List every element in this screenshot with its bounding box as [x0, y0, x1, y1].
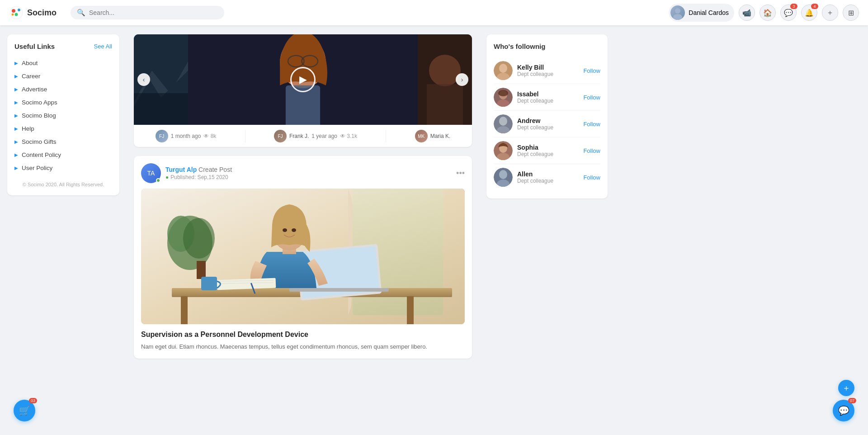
- search-input[interactable]: [89, 9, 218, 16]
- meta-views-2: 👁 3.1k: [340, 133, 357, 139]
- meta-time-2: 1 year ago: [311, 133, 337, 139]
- post-card: TA Turgut Alp Create Post ● Published: S…: [134, 156, 472, 359]
- svg-point-23: [183, 218, 215, 259]
- main-layout: Useful Links See All ▶ About ▶ Career ▶ …: [0, 0, 868, 435]
- follow-avatar-issabel[interactable]: [494, 88, 513, 107]
- see-all-link[interactable]: See All: [94, 43, 112, 50]
- svg-point-54: [499, 170, 507, 179]
- meta-avatar-3: MK: [415, 130, 428, 142]
- follow-avatar-kelly[interactable]: [494, 61, 513, 80]
- copyright: © Socimo 2020. All Rights Reserved.: [14, 182, 112, 187]
- svg-point-33: [283, 228, 287, 232]
- link-help[interactable]: ▶ Help: [14, 122, 112, 135]
- svg-point-1: [12, 9, 15, 13]
- logo[interactable]: Socimo: [9, 5, 63, 20]
- link-label: Career: [22, 73, 40, 80]
- header: Socimo 🔍 Danial Cardos 📹 🏠 💬 3 🔔 4 ＋: [0, 0, 868, 25]
- search-bar[interactable]: 🔍: [71, 6, 224, 19]
- follow-avatar-andrew[interactable]: [494, 114, 513, 133]
- arrow-icon: ▶: [14, 100, 18, 105]
- arrow-icon: ▶: [14, 165, 18, 170]
- header-right: Danial Cardos 📹 🏠 💬 3 🔔 4 ＋ ⊞: [669, 4, 859, 22]
- home-btn[interactable]: 🏠: [760, 5, 776, 21]
- meta-name-3: Maria K.: [430, 133, 451, 139]
- play-button[interactable]: ▶: [290, 67, 316, 92]
- chevron-left-icon: ‹: [143, 76, 145, 83]
- following-item-allen: Allen Dept colleague Follow: [494, 164, 600, 190]
- useful-links-title: Useful Links: [14, 43, 55, 50]
- user-name: Danial Cardos: [689, 9, 729, 16]
- svg-point-6: [673, 14, 682, 20]
- post-author-avatar[interactable]: TA: [141, 163, 161, 183]
- meta-time-1: 1 month ago: [171, 133, 201, 139]
- post-image: [141, 189, 465, 324]
- link-user-policy[interactable]: ▶ User Policy: [14, 161, 112, 175]
- following-card: Who's follownig Kelly Bill Dept colleagu…: [486, 34, 608, 199]
- meta-name-2: Frank J.: [289, 133, 309, 139]
- cart-float-btn[interactable]: 🛒 03: [14, 400, 35, 421]
- post-published: Published: Sep,15 2020: [170, 174, 228, 180]
- svg-point-0: [10, 6, 23, 19]
- link-label: Help: [22, 125, 34, 132]
- link-label: Socimo Apps: [22, 99, 57, 106]
- video-icon: 📹: [742, 9, 751, 17]
- follow-btn-sophia[interactable]: Follow: [583, 147, 600, 154]
- svg-point-34: [292, 228, 296, 232]
- carousel-thumb-center[interactable]: ▶: [188, 34, 418, 125]
- post-info: Turgut Alp Create Post ● Published: Sep,…: [165, 166, 452, 180]
- grid-btn[interactable]: ⊞: [843, 5, 859, 21]
- follow-btn-andrew[interactable]: Follow: [583, 121, 600, 128]
- link-socimo-apps[interactable]: ▶ Socimo Apps: [14, 96, 112, 109]
- link-label: About: [22, 60, 38, 66]
- link-socimo-blog[interactable]: ▶ Socimo Blog: [14, 109, 112, 122]
- chat-icon: 💬: [784, 9, 793, 17]
- link-label: Socimo Blog: [22, 112, 56, 119]
- follow-dept-issabel: Dept colleague: [517, 98, 579, 104]
- app-name: Socimo: [27, 8, 57, 18]
- add-btn[interactable]: ＋: [822, 5, 838, 21]
- follow-name-allen: Allen: [517, 170, 579, 178]
- link-label: Socimo Gifts: [22, 138, 57, 145]
- follow-name-issabel: Issabel: [517, 90, 579, 98]
- follow-btn-issabel[interactable]: Follow: [583, 94, 600, 101]
- follow-dept-sophia: Dept colleague: [517, 151, 579, 157]
- svg-point-48: [499, 117, 507, 126]
- meta-views-1: 👁 8k: [203, 133, 216, 139]
- svg-rect-27: [407, 296, 414, 324]
- carousel-meta: FJ 1 month ago 👁 8k FJ Frank J. 1 year a…: [134, 125, 472, 147]
- link-about[interactable]: ▶ About: [14, 57, 112, 70]
- post-header: TA Turgut Alp Create Post ● Published: S…: [141, 163, 465, 183]
- link-content-policy[interactable]: ▶ Content Policy: [14, 148, 112, 161]
- following-item-kelly: Kelly Bill Dept colleague Follow: [494, 57, 600, 84]
- chat-float-btn[interactable]: 💬 07: [833, 400, 854, 421]
- follow-avatar-sophia[interactable]: [494, 141, 513, 160]
- post-more-btn[interactable]: •••: [456, 169, 465, 178]
- link-socimo-gifts[interactable]: ▶ Socimo Gifts: [14, 135, 112, 148]
- links-list: ▶ About ▶ Career ▶ Advertise ▶ Socimo Ap…: [14, 57, 112, 175]
- chat-badge: 3: [790, 4, 797, 9]
- follow-name-sophia: Sophia: [517, 144, 579, 151]
- video-btn[interactable]: 📹: [739, 5, 755, 21]
- user-chip[interactable]: Danial Cardos: [669, 4, 734, 22]
- search-icon: 🔍: [77, 9, 85, 17]
- chat-btn[interactable]: 💬 3: [780, 5, 797, 21]
- carousel-next-btn[interactable]: ›: [456, 73, 468, 86]
- follow-btn-kelly[interactable]: Follow: [583, 67, 600, 74]
- follow-btn-allen[interactable]: Follow: [583, 174, 600, 181]
- svg-rect-18: [427, 84, 463, 125]
- chevron-right-icon: ›: [461, 76, 463, 83]
- follow-avatar-allen[interactable]: [494, 168, 513, 187]
- link-label: Content Policy: [22, 151, 61, 158]
- carousel-meta-item-2: FJ Frank J. 1 year ago 👁 3.1k: [274, 130, 357, 142]
- post-author-name: Turgut Alp Create Post: [165, 166, 452, 173]
- notifications-btn[interactable]: 🔔 4: [801, 5, 817, 21]
- link-career[interactable]: ▶ Career: [14, 70, 112, 83]
- carousel-prev-btn[interactable]: ‹: [137, 73, 150, 86]
- svg-point-4: [12, 14, 14, 16]
- link-advertise[interactable]: ▶ Advertise: [14, 83, 112, 96]
- follow-name-andrew: Andrew: [517, 117, 579, 124]
- add-float-btn[interactable]: ＋: [838, 380, 854, 396]
- chat-float-badge: 07: [848, 398, 856, 403]
- post-title: Supervision as a Personnel Development D…: [141, 331, 465, 339]
- right-sidebar: Who's follownig Kelly Bill Dept colleagu…: [479, 25, 615, 435]
